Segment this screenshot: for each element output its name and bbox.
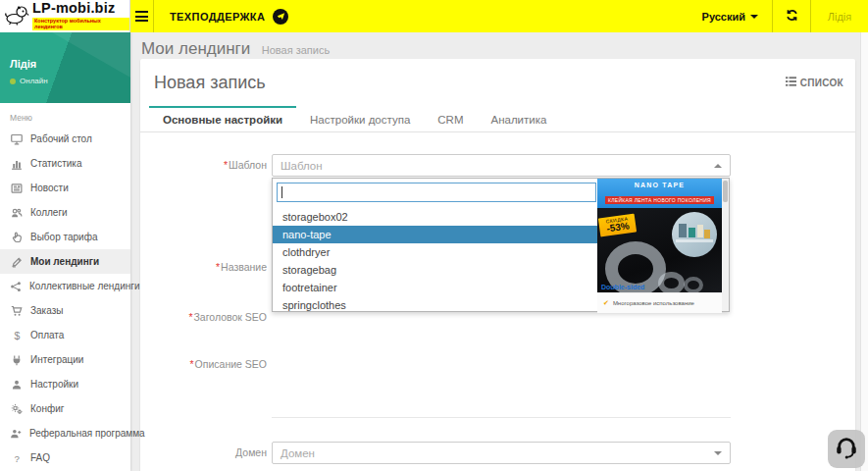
sidebar-item-label: Выбор тарифа <box>30 232 97 242</box>
chart-icon <box>10 157 23 170</box>
sidebar-item-9[interactable]: Интеграции <box>0 347 130 372</box>
domain-select[interactable]: Домен <box>272 442 731 464</box>
headset-icon <box>834 435 859 464</box>
chevron-down-icon <box>750 15 758 19</box>
list-icon <box>786 77 796 88</box>
preview-caption: Double-sided <box>601 284 644 290</box>
dropdown-search-input[interactable] <box>277 183 596 202</box>
main-content: Мои лендинги Новая запись Новая запись С… <box>130 32 868 471</box>
sidebar-item-12[interactable]: Реферальная программа <box>0 421 130 445</box>
pencil-icon <box>10 255 23 268</box>
preview-inset-photo <box>672 212 717 257</box>
support-chat-widget[interactable] <box>828 430 865 468</box>
sidebar-item-2[interactable]: Новости <box>0 176 130 200</box>
sidebar-item-label: Статистика <box>30 158 82 169</box>
support-button[interactable]: ТЕХПОДДЕРЖКА <box>154 0 302 32</box>
sidebar-user-name: Лідія <box>10 58 130 70</box>
breadcrumb-sub: Новая запись <box>262 44 330 56</box>
sidebar-item-11[interactable]: Конфиг <box>0 396 130 421</box>
sidebar-user-block: Лідія Онлайн <box>0 32 130 103</box>
user-plus-icon <box>10 427 22 440</box>
language-selector[interactable]: Русский <box>689 0 772 32</box>
list-button[interactable]: СПИСОК <box>786 77 843 88</box>
news-icon <box>10 182 23 194</box>
domain-label: Домен <box>140 446 267 458</box>
dropdown-scrollbar[interactable] <box>722 179 729 311</box>
sidebar-item-label: Оплата <box>30 330 64 340</box>
preview-subtitle: КЛЕЙКАЯ ЛЕНТА НОВОГО ПОКОЛЕНИЯ <box>605 196 714 204</box>
logo[interactable]: LP-mobi.biz Конструктор мобильных лендин… <box>0 0 130 32</box>
users-icon <box>10 206 23 219</box>
preview-feature-text: Многоразовое использование <box>613 300 694 306</box>
template-dropdown: storagebox02nano-tapeclothdryerstorageba… <box>272 178 730 312</box>
sidebar-item-7[interactable]: Заказы <box>0 298 130 323</box>
template-select[interactable]: Шаблон <box>272 154 731 177</box>
preview-feature-row: ✔ Многоразовое использование <box>597 292 722 313</box>
card-title: Новая запись <box>154 73 266 93</box>
refresh-icon <box>786 8 798 26</box>
name-label: *Название <box>140 261 267 273</box>
hamburger-icon[interactable] <box>130 0 154 32</box>
online-status-label: Онлайн <box>20 77 48 85</box>
svg-text:?: ? <box>14 452 20 463</box>
sidebar-item-4[interactable]: Выбор тарифа <box>0 225 130 249</box>
seo-title-label: *Заголовок SEO <box>140 311 267 323</box>
sidebar-item-label: FAQ <box>30 452 50 463</box>
dropdown-option-springclothes[interactable]: springclothes <box>273 296 599 314</box>
gears-icon <box>10 402 23 415</box>
sidebar-item-label: Интеграции <box>30 354 83 365</box>
template-preview: NANO TAPE КЛЕЙКАЯ ЛЕНТА НОВОГО ПОКОЛЕНИЯ <box>597 179 722 313</box>
sidebar-item-3[interactable]: Коллеги <box>0 200 130 225</box>
user-icon <box>10 378 23 391</box>
dropdown-options: storagebox02nano-tapeclothdryerstorageba… <box>273 208 599 314</box>
sidebar-item-0[interactable]: Рабочий стол <box>0 127 130 151</box>
preview-product-image: СКИДКА -53% Double-sided <box>597 208 722 292</box>
check-icon: ✔ <box>603 299 609 307</box>
tape-roll-small <box>684 277 703 292</box>
desktop-icon <box>10 132 23 145</box>
dropdown-option-clothdryer[interactable]: clothdryer <box>273 243 599 261</box>
tape-roll-medium <box>658 272 685 292</box>
sidebar-item-6[interactable]: Коллективные лендинги <box>0 274 130 298</box>
sidebar-item-label: Коллективные лендинги <box>29 281 140 291</box>
telegram-icon <box>273 9 288 25</box>
sidebar-item-10[interactable]: Настройки <box>0 372 130 396</box>
tab-2[interactable]: CRM <box>424 106 477 132</box>
page-title: Мои лендинги <box>141 39 250 58</box>
topbar: LP-mobi.biz Конструктор мобильных лендин… <box>0 0 868 32</box>
svg-text:$: $ <box>14 330 20 341</box>
dropdown-option-storagebox02[interactable]: storagebox02 <box>273 208 599 226</box>
sidebar-item-5[interactable]: Мои лендинги <box>0 249 130 274</box>
template-label: *Шаблон <box>140 159 267 171</box>
discount-badge: СКИДКА -53% <box>598 213 638 236</box>
breadcrumb: Мои лендинги Новая запись <box>130 32 868 59</box>
page-scrollbar[interactable] <box>860 32 868 471</box>
tab-0[interactable]: Основные настройки <box>149 106 296 132</box>
cart-icon <box>10 304 23 317</box>
tab-1[interactable]: Настройки доступа <box>296 106 424 132</box>
plug-icon <box>10 353 23 366</box>
list-button-label: СПИСОК <box>800 78 843 88</box>
sidebar-item-8[interactable]: $Оплата <box>0 323 130 347</box>
refresh-button[interactable] <box>773 0 810 32</box>
topbar-username[interactable]: Лідія <box>811 0 868 32</box>
tab-3[interactable]: Аналитика <box>477 106 560 132</box>
support-label: ТЕХПОДДЕРЖКА <box>170 11 265 23</box>
sidebar-item-label: Мои лендинги <box>30 256 99 267</box>
dropdown-option-footretainer[interactable]: footretainer <box>273 279 599 296</box>
sidebar-item-label: Реферальная программа <box>29 428 145 439</box>
sidebar-menu: Рабочий столСтатистикаНовостиКоллегиВыбо… <box>0 127 130 470</box>
share-icon <box>10 280 22 292</box>
sidebar-item-1[interactable]: Статистика <box>0 151 130 176</box>
template-select-placeholder: Шаблон <box>281 160 714 172</box>
seo-desc-label: *Описание SEO <box>140 358 267 370</box>
menu-section-label: Меню <box>0 103 130 127</box>
sidebar: Лідія Онлайн Меню Рабочий столСтатистика… <box>0 32 130 471</box>
sidebar-item-label: Настройки <box>30 379 78 390</box>
dropdown-option-nano-tape[interactable]: nano-tape <box>273 226 599 243</box>
logo-subtitle: Конструктор мобильных лендингов <box>32 18 129 30</box>
question-icon: ? <box>10 451 23 464</box>
dropdown-option-storagebag[interactable]: storagebag <box>273 261 599 279</box>
sidebar-item-13[interactable]: ?FAQ <box>0 445 130 470</box>
sidebar-item-label: Новости <box>30 183 69 193</box>
